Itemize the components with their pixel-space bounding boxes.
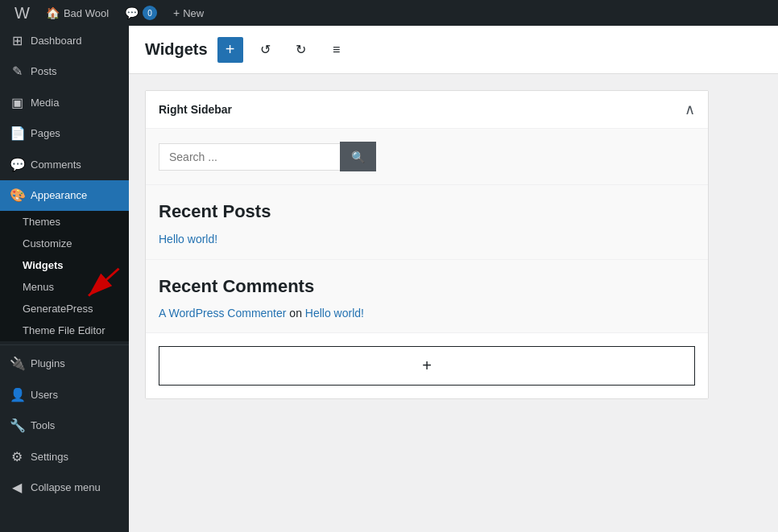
sidebar-submenu-appearance: Themes Customize Widgets Menus GenerateP…	[0, 211, 129, 341]
undo-button[interactable]: ↺	[253, 37, 279, 63]
sidebar-item-posts[interactable]: ✎ Posts	[0, 56, 129, 87]
sidebar-item-themes[interactable]: Themes	[0, 211, 129, 233]
sidebar-item-plugins[interactable]: 🔌 Plugins	[0, 348, 129, 379]
adminbar-comments[interactable]: 💬 0	[117, 0, 165, 26]
sidebar-item-widgets[interactable]: Widgets	[0, 254, 129, 276]
content-area: Right Sidebar ∧ 🔍 Recent	[129, 74, 778, 532]
media-icon: ▣	[10, 94, 24, 112]
recent-comments-block: Recent Comments A WordPress Commenter on…	[146, 260, 708, 333]
comments-icon: 💬	[10, 156, 24, 174]
recent-comments-title: Recent Comments	[159, 276, 695, 297]
sidebar-item-menus[interactable]: Menus	[0, 276, 129, 298]
collapse-panel-button[interactable]: ∧	[685, 101, 695, 118]
collapse-chevron-icon: ∧	[685, 101, 695, 118]
search-input[interactable]	[159, 143, 340, 171]
admin-bar: W 🏠 Bad Wool 💬 0 + New	[0, 0, 778, 26]
main-content: Widgets + ↺ ↻ ≡ Right Sidebar ∧	[129, 26, 778, 532]
posts-icon: ✎	[10, 63, 24, 80]
search-widget-block: 🔍	[146, 129, 708, 185]
sidebar-item-appearance[interactable]: 🎨 Appearance	[0, 180, 129, 211]
adminbar-site[interactable]: 🏠 Bad Wool	[38, 0, 117, 26]
redo-icon: ↻	[296, 42, 306, 57]
adminbar-logo[interactable]: W	[6, 0, 38, 26]
page-title: Widgets	[145, 40, 208, 59]
more-options-button[interactable]: ≡	[324, 37, 350, 63]
plugins-icon: 🔌	[10, 355, 24, 373]
widget-panel-title: Right Sidebar	[159, 103, 232, 116]
widget-panel-header: Right Sidebar ∧	[146, 91, 708, 129]
adminbar-new[interactable]: + New	[165, 6, 212, 19]
sidebar-item-comments[interactable]: 💬 Comments	[0, 150, 129, 180]
comment-post-link[interactable]: Hello world!	[305, 307, 364, 320]
search-icon: 🔍	[351, 151, 365, 163]
sidebar-item-users[interactable]: 👤 Users	[0, 380, 129, 410]
appearance-icon: 🎨	[10, 187, 24, 204]
recent-posts-link-hello-world[interactable]: Hello world!	[159, 233, 217, 245]
sidebar-item-customize[interactable]: Customize	[0, 233, 129, 254]
recent-comments-text: A WordPress Commenter on Hello world!	[159, 307, 695, 320]
tools-icon: 🔧	[10, 417, 24, 435]
users-icon: 👤	[10, 386, 24, 404]
recent-posts-block: Recent Posts Hello world!	[146, 185, 708, 260]
more-icon: ≡	[333, 43, 340, 57]
sidebar-item-theme-file-editor[interactable]: Theme File Editor	[0, 320, 129, 341]
dashboard-icon: ⊞	[10, 32, 24, 50]
plus-icon: +	[173, 6, 180, 19]
redo-button[interactable]: ↻	[288, 37, 314, 63]
recent-posts-title: Recent Posts	[159, 201, 695, 222]
sidebar-item-tools[interactable]: 🔧 Tools	[0, 410, 129, 441]
add-block-area: +	[146, 333, 708, 398]
comment-count-badge: 0	[143, 6, 157, 20]
widgets-header: Widgets + ↺ ↻ ≡	[129, 26, 778, 74]
sidebar-item-settings[interactable]: ⚙ Settings	[0, 442, 129, 472]
search-widget: 🔍	[159, 142, 376, 171]
sidebar-divider	[0, 344, 129, 345]
undo-icon: ↺	[260, 42, 271, 57]
pages-icon: 📄	[10, 125, 24, 142]
sidebar-item-generatepress[interactable]: GeneratePress	[0, 298, 129, 320]
comment-author-link[interactable]: A WordPress Commenter	[159, 307, 286, 320]
search-button[interactable]: 🔍	[340, 142, 376, 171]
sidebar: ⊞ Dashboard ✎ Posts ▣ Media 📄 Pages 💬 Co…	[0, 26, 129, 532]
sidebar-item-dashboard[interactable]: ⊞ Dashboard	[0, 26, 129, 56]
add-block-in-panel-button[interactable]: +	[159, 346, 695, 386]
sidebar-item-pages[interactable]: 📄 Pages	[0, 118, 129, 149]
sidebar-item-collapse[interactable]: ◀ Collapse menu	[0, 472, 129, 503]
settings-icon: ⚙	[10, 448, 24, 466]
comment-on-text: on	[289, 307, 304, 320]
collapse-icon: ◀	[10, 479, 24, 497]
sidebar-item-media[interactable]: ▣ Media	[0, 88, 129, 118]
widget-panel: Right Sidebar ∧ 🔍 Recent	[145, 90, 709, 399]
add-block-button[interactable]: +	[217, 37, 243, 63]
